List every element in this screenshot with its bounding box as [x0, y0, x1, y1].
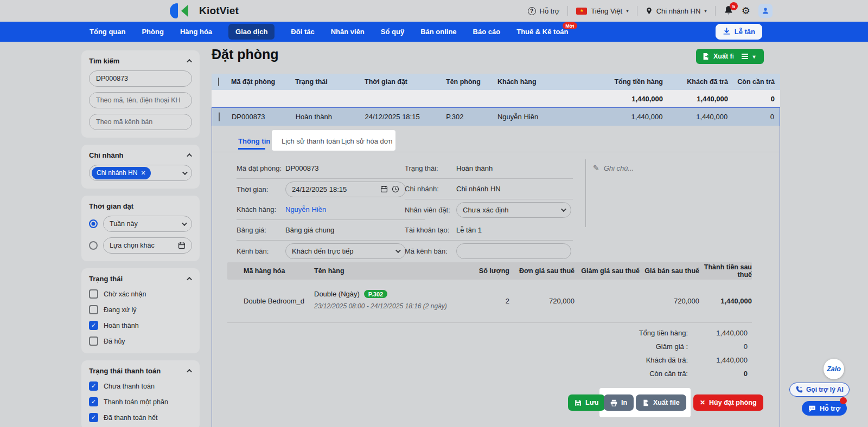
channel-code-input[interactable] — [456, 243, 571, 259]
col-tong-tien-hang: Tổng tiền hàng — [592, 78, 663, 86]
clock-icon[interactable] — [392, 185, 399, 193]
cancel-booking-button[interactable]: Hủy đặt phòng — [693, 394, 763, 411]
cell-paid: 1,440,000 — [662, 113, 727, 121]
help-menu[interactable]: Hỗ trợ — [528, 7, 560, 15]
value-price-list: Bảng giá chung — [285, 226, 334, 234]
nav-nhan-vien[interactable]: Nhân viên — [331, 28, 365, 36]
printer-icon — [610, 399, 617, 406]
remove-tag-icon[interactable] — [141, 170, 145, 177]
save-icon — [575, 399, 582, 406]
export-booking-button[interactable]: Xuất file — [636, 394, 686, 411]
checkbox-dang-xu-ly[interactable]: Đang xử lý — [89, 305, 192, 314]
note-input[interactable]: Ghi chú... — [593, 164, 634, 172]
value-branch: Chi nhánh HN — [456, 185, 501, 193]
save-button[interactable]: Lưu — [568, 394, 605, 411]
language-selector[interactable]: Tiếng Việt — [576, 7, 628, 15]
nav-thue-ke-toan[interactable]: Thuế & Kế toán Mới — [516, 28, 568, 36]
cell-booking-code: DP000873 — [232, 113, 296, 121]
checkbox-cho-xac-nhan[interactable]: Chờ xác nhận — [89, 289, 192, 299]
page-title: Đặt phòng — [212, 47, 279, 62]
tab-lich-su-hoa-don[interactable]: Lịch sử hóa đơn — [341, 137, 393, 145]
select-all-checkbox[interactable] — [218, 77, 219, 86]
notifications-button[interactable]: 5 — [724, 5, 733, 17]
custom-time-radio[interactable] — [89, 241, 98, 250]
reception-button[interactable]: Lễ tân — [716, 24, 762, 40]
branch-card: Chi nhánh Chi nhánh HN — [81, 145, 200, 189]
item-code: Double Bedroom_d — [227, 297, 314, 305]
checkbox-label: Đã thanh toán hết — [104, 414, 157, 422]
item-period: 23/12/2025 08:00 - 24/12/2025 18:16 (2 n… — [314, 301, 463, 312]
sales-channel-select[interactable]: Khách đến trực tiếp — [285, 243, 406, 259]
booking-row-dp000873[interactable]: DP000873 Hoàn thành 24/12/2025 18:15 P.3… — [212, 107, 780, 126]
col-khach-da-tra: Khách đã trả — [663, 78, 728, 86]
branch-tag-label: Chi nhánh HN — [97, 169, 137, 177]
customer-link[interactable]: Nguyễn Hiền — [285, 205, 326, 214]
collapse-chevron-icon[interactable] — [187, 153, 192, 159]
collapse-chevron-icon[interactable] — [187, 369, 192, 374]
item-row: Double Bedroom_d Double (Ngày) P.302 23/… — [227, 280, 752, 323]
custom-time-value: Lựa chọn khác — [110, 242, 155, 249]
channel-code-search-input[interactable]: Theo mã kênh bán — [89, 114, 192, 130]
support-chat-button[interactable]: Hỗ trợ — [802, 401, 847, 416]
booking-code-input[interactable]: DP000873 — [89, 70, 192, 87]
location-pin-icon — [646, 7, 653, 15]
custom-time-input[interactable]: Lựa chọn khác — [103, 237, 192, 254]
nav-bao-cao[interactable]: Báo cáo — [473, 28, 501, 36]
help-icon — [528, 7, 536, 15]
divider — [212, 152, 780, 152]
branch-select[interactable]: Chi nhánh HN — [89, 165, 192, 181]
file-export-icon — [702, 53, 710, 60]
checkbox-da-huy[interactable]: Đã hủy — [89, 337, 192, 346]
row-checkbox[interactable] — [219, 112, 220, 121]
booking-staff-select[interactable]: Chưa xác định — [456, 202, 571, 218]
filter-sidebar: Tìm kiếm DP000873 Theo mã, tên, điện tho… — [81, 50, 200, 427]
phone-icon — [795, 386, 803, 393]
bookings-table: Mã đặt phòng Trạng thái Thời gian đặt Tê… — [212, 74, 780, 126]
checkbox-checked-icon — [89, 413, 98, 422]
preset-time-select[interactable]: Tuần này — [103, 216, 192, 232]
item-amount: 1,440,000 — [699, 297, 752, 305]
booking-time-input[interactable]: 24/12/2025 18:15 — [285, 182, 406, 197]
zalo-chat-button[interactable]: Zalo — [824, 359, 844, 379]
checkbox-da-thanh-toan-het[interactable]: Đã thanh toán hết — [89, 413, 192, 422]
cell-total: 1,440,000 — [592, 113, 663, 121]
zalo-label: Zalo — [827, 365, 841, 373]
collapse-chevron-icon[interactable] — [187, 59, 192, 64]
column-settings-button[interactable] — [733, 49, 764, 64]
reception-label: Lễ tân — [735, 28, 755, 36]
tab-thong-tin[interactable]: Thông tin — [238, 137, 270, 145]
brand: KiotViet — [168, 3, 239, 19]
nav-doi-tac[interactable]: Đối tác — [291, 28, 314, 36]
nav-ban-online[interactable]: Bán online — [420, 28, 456, 36]
label-booking-staff: Nhân viên đặt: — [405, 206, 456, 214]
print-button[interactable]: In — [604, 394, 634, 411]
nav-hang-hoa[interactable]: Hàng hóa — [180, 28, 212, 36]
user-avatar[interactable] — [758, 4, 773, 18]
branch-selector[interactable]: Chi nhánh HN — [646, 7, 707, 15]
booking-detail-panel: Thông tin Lịch sử thanh toán Lịch sử hóa… — [212, 126, 780, 427]
save-label: Lưu — [585, 399, 598, 406]
status-card: Trạng thái Chờ xác nhận Đang xử lý Hoàn … — [81, 268, 200, 353]
checkbox-chua-thanh-toan[interactable]: Chưa thanh toán — [89, 381, 192, 391]
list-columns-icon — [742, 54, 748, 55]
nav-tong-quan[interactable]: Tổng quan — [90, 28, 125, 36]
table-header-row: Mã đặt phòng Trạng thái Thời gian đặt Tê… — [212, 74, 780, 90]
booking-time-card: Thời gian đặt Tuần này Lựa chọn khác — [81, 196, 200, 261]
item-unit-price: 720,000 — [509, 297, 575, 305]
settings-gear-icon[interactable] — [742, 5, 750, 17]
divider — [585, 159, 586, 227]
booking-items-table: Mã hàng hóa Tên hàng Số lượng Đơn giá sa… — [227, 262, 752, 323]
nav-giao-dich[interactable]: Giao dịch — [228, 24, 275, 40]
preset-time-radio[interactable] — [89, 219, 98, 228]
ai-assistant-call-button[interactable]: Gọi trợ lý AI — [789, 383, 850, 397]
nav-phong[interactable]: Phòng — [142, 28, 163, 36]
nav-so-quy[interactable]: Sổ quỹ — [381, 28, 404, 36]
customer-search-input[interactable]: Theo mã, tên, điện thoại KH — [89, 92, 192, 108]
checkbox-hoan-thanh[interactable]: Hoàn thành — [89, 321, 192, 330]
checkbox-thanh-toan-mot-phan[interactable]: Thanh toán một phần — [89, 397, 192, 406]
tab-lich-su-thanh-toan[interactable]: Lịch sử thanh toán — [282, 137, 340, 145]
collapse-chevron-icon[interactable] — [187, 277, 192, 282]
chevron-down-icon — [182, 221, 187, 226]
sales-channel-value: Khách đến trực tiếp — [292, 247, 354, 255]
calendar-icon[interactable] — [380, 185, 388, 193]
